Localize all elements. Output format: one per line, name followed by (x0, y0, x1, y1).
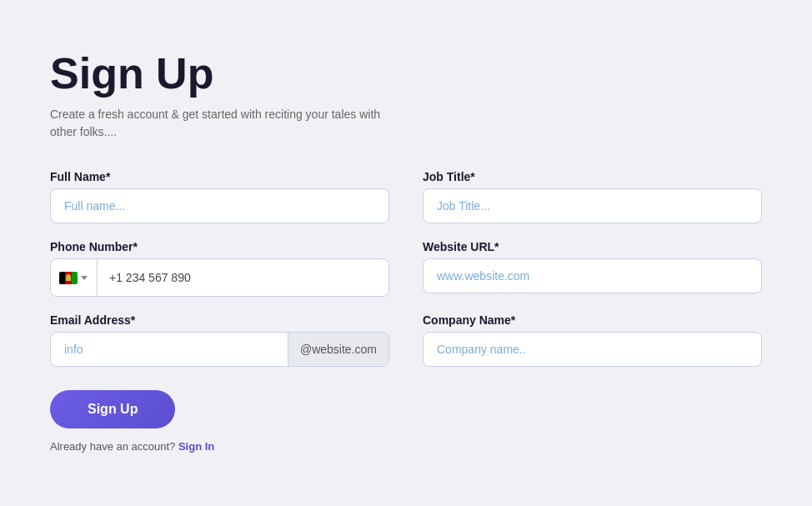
email-domain-tag[interactable]: @website.com (288, 333, 388, 366)
company-name-input[interactable] (423, 332, 762, 367)
job-title-label: Job Title* (423, 170, 762, 183)
full-name-group: Full Name* (50, 170, 389, 223)
signin-prompt-text: Already have an account? (50, 440, 175, 453)
email-address-label: Email Address* (50, 313, 389, 327)
signup-form: Full Name* Job Title* Phone Number* Webs… (50, 170, 762, 367)
job-title-input[interactable] (423, 188, 762, 223)
website-url-group: Website URL* (423, 240, 762, 297)
page-subtitle: Create a fresh account & get started wit… (50, 106, 400, 141)
email-local-input[interactable] (51, 333, 288, 366)
flag-icon (59, 272, 78, 284)
signin-prompt: Already have an account? Sign In (50, 440, 762, 453)
company-name-group: Company Name* (423, 313, 762, 367)
signin-link[interactable]: Sign In (178, 440, 214, 453)
chevron-down-icon (81, 276, 88, 280)
website-url-label: Website URL* (423, 240, 762, 253)
phone-input-wrapper (50, 258, 389, 297)
full-name-label: Full Name* (50, 170, 389, 183)
website-url-input[interactable] (423, 258, 762, 293)
email-input-wrapper: @website.com (50, 332, 389, 367)
full-name-input[interactable] (50, 188, 389, 223)
signup-button[interactable]: Sign Up (50, 390, 175, 428)
country-selector[interactable] (51, 259, 98, 296)
phone-number-group: Phone Number* (50, 240, 389, 297)
email-address-group: Email Address* @website.com (50, 313, 389, 367)
job-title-group: Job Title* (423, 170, 762, 223)
phone-number-label: Phone Number* (50, 240, 389, 253)
phone-number-input[interactable] (98, 261, 388, 294)
page-container: Sign Up Create a fresh account & get sta… (17, 25, 795, 506)
page-title: Sign Up (50, 50, 762, 98)
company-name-label: Company Name* (423, 313, 762, 327)
